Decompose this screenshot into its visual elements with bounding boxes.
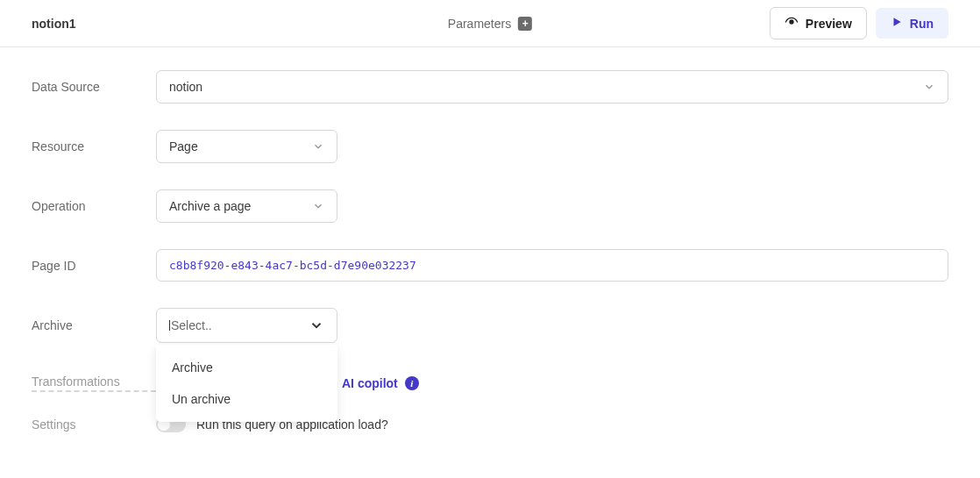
ai-copilot-label: AI copilot — [342, 376, 398, 390]
play-icon — [891, 16, 903, 31]
operation-select[interactable]: Archive a page — [156, 189, 337, 223]
form-content: Data Source notion Resource Page Operati… — [0, 47, 980, 450]
run-label: Run — [910, 17, 934, 31]
resource-label: Resource — [32, 139, 156, 153]
operation-row: Operation Archive a page — [32, 189, 948, 223]
header-actions: Preview Run — [770, 7, 948, 39]
settings-label: Settings — [32, 417, 156, 432]
page-id-row: Page ID c8b8f920-e843-4ac7-bc5d-d7e90e03… — [32, 249, 948, 282]
data-source-value: notion — [169, 80, 202, 94]
page-id-value: c8b8f920-e843-4ac7-bc5d-d7e90e032237 — [169, 259, 416, 272]
archive-select[interactable]: Select.. — [156, 308, 337, 343]
query-title: notion1 — [32, 17, 76, 31]
chevron-down-icon — [923, 81, 935, 93]
eye-icon — [785, 15, 799, 32]
chevron-down-icon — [312, 140, 324, 153]
chevron-down-icon — [312, 200, 324, 212]
preview-button[interactable]: Preview — [770, 7, 867, 39]
resource-value: Page — [169, 139, 198, 153]
ai-copilot-link[interactable]: AI copilot i — [342, 376, 419, 390]
editor-header: notion1 Parameters + Preview Run — [0, 0, 980, 47]
transformations-label: Transformations — [32, 375, 156, 392]
archive-label: Archive — [32, 318, 156, 332]
parameters-section[interactable]: Parameters + — [448, 17, 532, 31]
operation-label: Operation — [32, 199, 156, 213]
run-button[interactable]: Run — [876, 8, 948, 39]
resource-select[interactable]: Page — [156, 130, 337, 163]
info-icon: i — [405, 376, 419, 390]
page-id-label: Page ID — [32, 259, 156, 273]
archive-row: Archive Select.. Archive Un archive — [32, 308, 948, 343]
data-source-select[interactable]: notion — [156, 70, 948, 103]
archive-option-archive[interactable]: Archive — [156, 352, 337, 383]
plus-icon[interactable]: + — [518, 17, 532, 31]
data-source-row: Data Source notion — [32, 70, 948, 103]
parameters-label: Parameters — [448, 17, 511, 31]
archive-option-unarchive[interactable]: Un archive — [156, 383, 337, 415]
data-source-label: Data Source — [32, 80, 156, 94]
resource-row: Resource Page — [32, 130, 948, 163]
archive-placeholder: Select.. — [169, 318, 212, 332]
operation-value: Archive a page — [169, 199, 251, 213]
chevron-down-icon — [309, 317, 324, 333]
archive-dropdown: Archive Un archive — [156, 345, 337, 422]
preview-label: Preview — [806, 17, 852, 31]
page-id-input[interactable]: c8b8f920-e843-4ac7-bc5d-d7e90e032237 — [156, 249, 948, 282]
svg-point-0 — [790, 20, 793, 24]
